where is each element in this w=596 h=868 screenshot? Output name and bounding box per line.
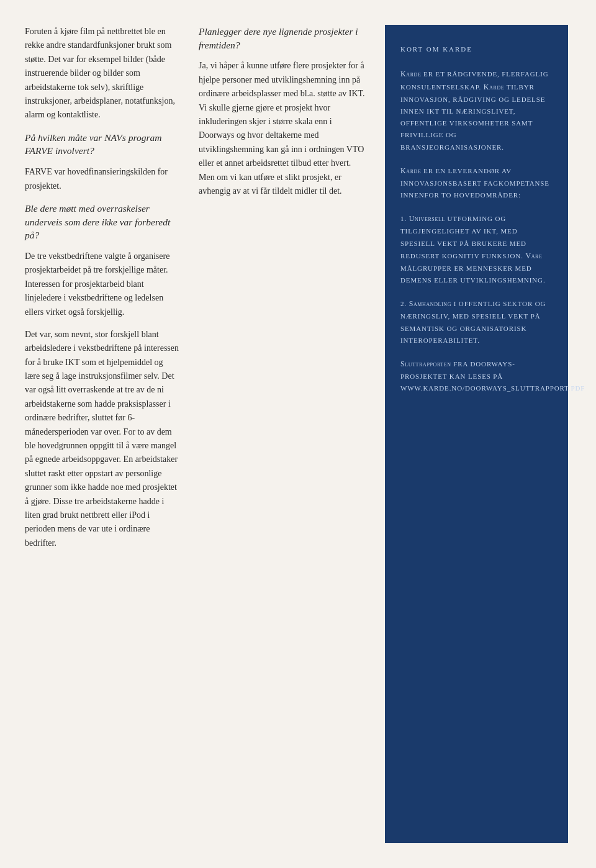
sidebar-para-5: Sluttrapporten FRA DOORWAYS-PROSJEKTET K… [400,358,553,395]
column-left: Foruten å kjøre film på nettbrettet ble … [25,25,199,843]
sidebar-para-2: Karde ER EN LEVERANDØR AV INNOVASJONSBAS… [400,165,553,202]
page-container: Foruten å kjøre film på nettbrettet ble … [0,0,596,868]
left-heading-overraskelser: Ble dere møtt med overraskelser undervei… [25,202,180,242]
left-para-long: Det var, som nevnt, stor forskjell blant… [25,328,180,550]
left-para-tre-vekst: De tre vekstbedriftene valgte å organise… [25,250,180,319]
sidebar-para-1: Karde ER ET RÅDGIVENDE, FLERFAGLIG KONSU… [400,68,553,153]
sidebar-para-3: 1. Universell UTFORMING OG TILGJENGELIGH… [400,212,553,286]
left-para-farve: FARVE var hovedfinansieringskilden for p… [25,165,180,193]
middle-heading: Planlegger dere nye lignende prosjekter … [199,25,366,52]
column-middle: Planlegger dere nye lignende prosjekter … [199,25,385,843]
column-right: KORT OM KARDE Karde ER ET RÅDGIVENDE, FL… [385,25,568,843]
sidebar-title: KORT OM KARDE [400,43,553,55]
sidebar-body: Karde ER ET RÅDGIVENDE, FLERFAGLIG KONSU… [400,68,553,395]
main-content: Foruten å kjøre film på nettbrettet ble … [0,0,596,868]
sidebar-para-4: 2. Samhandling I OFFENTLIG SEKTOR OG NÆR… [400,297,553,346]
left-para-1: Foruten å kjøre film på nettbrettet ble … [25,25,180,122]
columns-main: Foruten å kjøre film på nettbrettet ble … [25,25,596,843]
left-heading-nav: På hvilken måte var NAVs program FARVE i… [25,131,180,158]
middle-body: Ja, vi håper å kunne utføre flere prosje… [199,59,366,198]
